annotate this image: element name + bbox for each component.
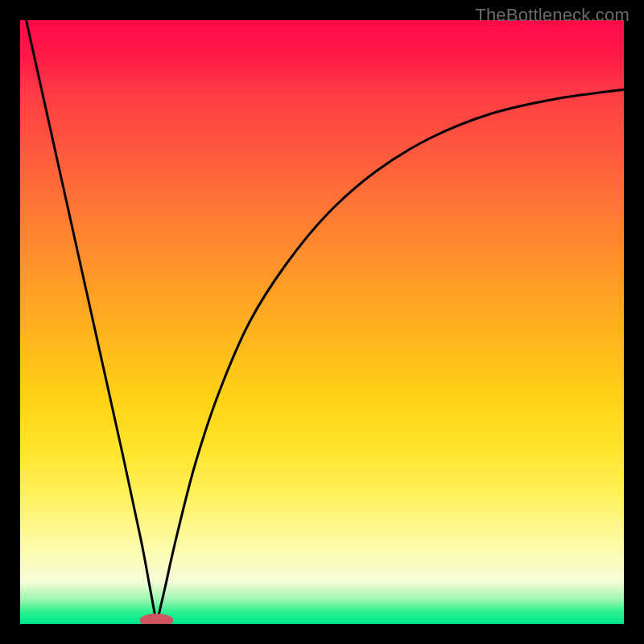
plot-area [20,20,624,624]
watermark-text: TheBottleneck.com [475,5,630,26]
background-gradient [20,20,624,624]
